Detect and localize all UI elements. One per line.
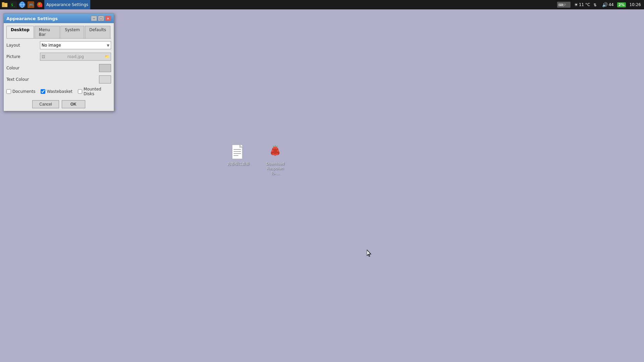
- picture-browse-icon: 📁: [105, 55, 109, 59]
- taskbar-weather: ☀️ 11 °C: [573, 2, 591, 7]
- svg-point-30: [272, 153, 274, 155]
- layout-label: Layout: [6, 43, 40, 48]
- cancel-button[interactable]: Cancel: [32, 100, 59, 108]
- taskbar-time: 10:26: [628, 2, 642, 7]
- appearance-settings-dialog: Appearance Settings − □ ✕ Desktop Menu B…: [3, 13, 114, 111]
- dialog-content: Desktop Menu Bar System Defaults Layout …: [4, 23, 114, 111]
- battery-badge: 2%: [617, 2, 626, 7]
- picture-label: Picture: [6, 54, 40, 59]
- svg-point-31: [276, 153, 278, 155]
- colour-label: Colour: [6, 66, 40, 70]
- taskbar-battery[interactable]: 2%: [616, 2, 627, 7]
- svg-point-28: [271, 150, 274, 152]
- tab-bar: Desktop Menu Bar System Defaults: [6, 26, 111, 39]
- close-button[interactable]: ✕: [105, 16, 111, 21]
- taskbar-icon-raspberry[interactable]: 🍓: [36, 1, 44, 9]
- dropdown-arrow-icon: ▼: [107, 44, 109, 47]
- mounted-disks-label: Mounted Disks: [84, 87, 111, 96]
- taskbar-icon-terminal[interactable]: $_: [9, 1, 17, 9]
- documents-checkbox-item[interactable]: Documents: [6, 89, 35, 94]
- svg-point-27: [274, 146, 276, 148]
- desktop-icon-document[interactable]: お客様に直接: [225, 144, 252, 166]
- taskbar-input-icon[interactable]: ⌨ JP: [556, 2, 572, 8]
- svg-rect-1: [4, 3, 7, 7]
- text-colour-swatch[interactable]: [99, 75, 111, 83]
- svg-line-33: [273, 146, 274, 147]
- svg-marker-36: [367, 250, 371, 256]
- desktop-icon-label-2: Download Raspbian To-...: [262, 162, 289, 176]
- svg-line-35: [277, 146, 277, 147]
- picture-value: road.jpg: [67, 54, 84, 59]
- tab-menu-bar[interactable]: Menu Bar: [35, 26, 60, 38]
- taskbar-volume[interactable]: 🔊 44: [601, 2, 614, 7]
- taskbar-icon-browser[interactable]: [18, 1, 26, 9]
- tab-system[interactable]: System: [60, 26, 84, 38]
- restore-button[interactable]: □: [98, 16, 104, 21]
- taskbar-icon-games[interactable]: 🎮: [27, 1, 35, 9]
- mounted-disks-checkbox[interactable]: [78, 89, 82, 94]
- dialog-title: Appearance Settings: [6, 16, 58, 21]
- colour-row: Colour: [6, 64, 111, 72]
- mounted-disks-checkbox-item[interactable]: Mounted Disks: [78, 87, 111, 96]
- picture-row: Picture 🖼 road.jpg 📁: [6, 53, 111, 61]
- wastebasket-label: Wastebasket: [47, 89, 72, 94]
- svg-text:⇅: ⇅: [593, 3, 597, 7]
- layout-value: No image: [42, 43, 61, 48]
- text-colour-label: Text Colour: [6, 77, 40, 82]
- ok-button[interactable]: OK: [62, 100, 85, 108]
- time-display: 10:26: [629, 2, 641, 7]
- desktop-icon-label-1: お客様に直接: [227, 162, 249, 166]
- dialog-titlebar: Appearance Settings − □ ✕: [4, 14, 114, 23]
- svg-text:JP: JP: [563, 3, 566, 7]
- layout-control: No image ▼: [40, 41, 111, 49]
- button-row: Cancel OK: [6, 100, 111, 108]
- minimize-button[interactable]: −: [91, 16, 97, 21]
- taskbar-brightness[interactable]: ⇅: [592, 2, 600, 7]
- svg-rect-2: [2, 5, 4, 7]
- documents-label: Documents: [12, 89, 35, 94]
- taskbar-icon-files[interactable]: [1, 1, 9, 9]
- taskbar: $_ 🎮 🍓 Appearance Settings: [0, 0, 644, 9]
- wastebasket-checkbox[interactable]: [41, 89, 45, 94]
- taskbar-left: $_ 🎮 🍓 Appearance Settings: [0, 0, 90, 9]
- tab-desktop[interactable]: Desktop: [6, 26, 34, 38]
- svg-rect-0: [2, 2, 4, 5]
- svg-point-32: [274, 154, 276, 156]
- picture-control: 🖼 road.jpg 📁: [40, 53, 111, 61]
- document-icon: [230, 144, 246, 160]
- picture-field[interactable]: 🖼 road.jpg 📁: [40, 53, 111, 61]
- svg-text:⌨: ⌨: [558, 3, 563, 7]
- wastebasket-checkbox-item[interactable]: Wastebasket: [41, 89, 72, 94]
- svg-text:$_: $_: [11, 3, 15, 7]
- taskbar-right: ⌨ JP ☀️ 11 °C ⇅ 🔊 44 2% 10:26: [556, 2, 644, 8]
- colour-control: [40, 64, 111, 72]
- colour-swatch[interactable]: [99, 64, 111, 72]
- cursor: [367, 250, 372, 257]
- layout-row: Layout No image ▼: [6, 41, 111, 49]
- raspberry-icon: [267, 144, 283, 160]
- desktop-icon-raspberry[interactable]: Download Raspbian To-...: [262, 144, 289, 176]
- checkbox-row: Documents Wastebasket Mounted Disks: [6, 87, 111, 96]
- dialog-controls: − □ ✕: [91, 16, 111, 21]
- taskbar-app-label[interactable]: Appearance Settings: [44, 0, 90, 9]
- svg-text:🍓: 🍓: [38, 2, 43, 8]
- tab-defaults[interactable]: Defaults: [85, 26, 110, 38]
- text-colour-row: Text Colour: [6, 75, 111, 83]
- svg-point-29: [277, 150, 279, 152]
- svg-text:🎮: 🎮: [29, 2, 34, 8]
- documents-checkbox[interactable]: [6, 89, 11, 94]
- text-colour-control: [40, 75, 111, 83]
- layout-dropdown[interactable]: No image ▼: [40, 41, 111, 49]
